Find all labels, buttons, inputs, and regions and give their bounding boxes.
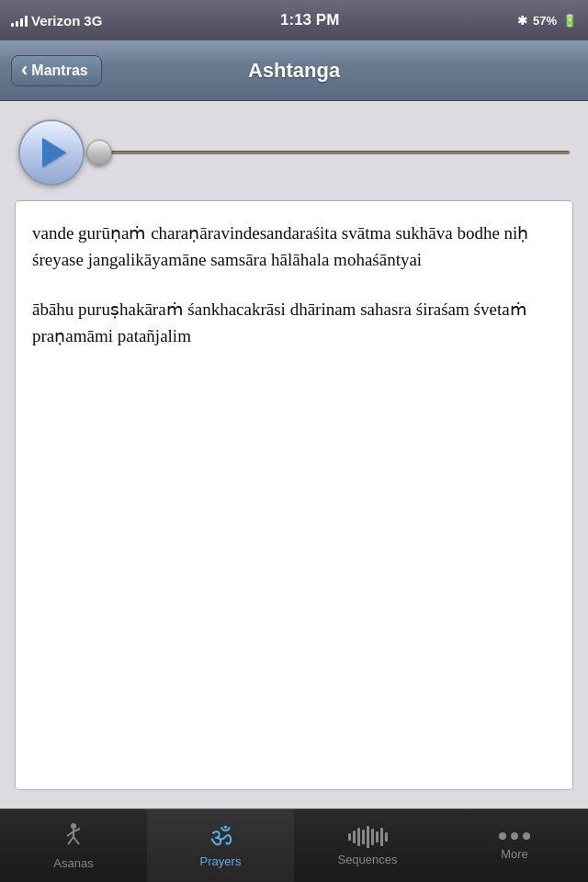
svg-point-0 bbox=[71, 823, 76, 829]
carrier-name: Verizon bbox=[31, 13, 80, 28]
svg-line-4 bbox=[68, 837, 74, 844]
nav-bar: Mantras Ashtanga bbox=[0, 40, 588, 101]
svg-point-8 bbox=[523, 832, 530, 840]
tab-sequences[interactable]: Sequences bbox=[294, 809, 441, 882]
slider-thumb[interactable] bbox=[86, 140, 112, 165]
tab-bar: Asanas ॐ Prayers Sequences bbox=[0, 808, 588, 882]
asanas-icon bbox=[61, 822, 86, 852]
slider-track bbox=[96, 151, 570, 154]
mantra-text-box: vande gurūṇaṁ charaṇāravindesandaraśita … bbox=[15, 200, 573, 790]
back-button[interactable]: Mantras bbox=[11, 55, 102, 86]
bluetooth-icon: ✱ bbox=[517, 14, 527, 28]
svg-line-5 bbox=[74, 837, 79, 844]
svg-point-6 bbox=[499, 832, 506, 840]
status-bar: Verizon 3G 1:13 PM ✱ 57% 🔋 bbox=[0, 0, 588, 40]
tab-prayers-label: Prayers bbox=[200, 854, 242, 868]
audio-player bbox=[15, 119, 573, 186]
signal-bar-3 bbox=[20, 18, 23, 27]
page-title: Ashtanga bbox=[248, 59, 340, 83]
play-button[interactable] bbox=[18, 119, 85, 186]
main-content: vande gurūṇaṁ charaṇāravindesandaraśita … bbox=[0, 101, 588, 808]
play-icon bbox=[42, 138, 66, 167]
mantra-content: vande gurūṇaṁ charaṇāravindesandaraśita … bbox=[32, 220, 556, 350]
status-time: 1:13 PM bbox=[280, 11, 339, 29]
tab-more[interactable]: More bbox=[441, 809, 588, 882]
svg-line-2 bbox=[67, 831, 74, 836]
battery-level: 57% bbox=[533, 14, 557, 28]
tab-sequences-label: Sequences bbox=[337, 853, 397, 866]
tab-prayers[interactable]: ॐ Prayers bbox=[147, 809, 294, 882]
signal-bar-2 bbox=[16, 21, 18, 27]
carrier-info: Verizon 3G bbox=[11, 13, 102, 28]
signal-bar-1 bbox=[11, 23, 14, 27]
battery-icon: 🔋 bbox=[562, 14, 577, 28]
more-icon bbox=[498, 831, 531, 842]
waveform-icon bbox=[348, 826, 388, 848]
network-type: 3G bbox=[84, 13, 102, 28]
svg-point-7 bbox=[511, 832, 518, 840]
prayers-icon: ॐ bbox=[210, 824, 232, 850]
tab-more-label: More bbox=[501, 847, 528, 861]
audio-slider[interactable] bbox=[96, 141, 570, 164]
mantra-paragraph-2: ābāhu puruṣhakāraṁ śankhacakrāsi dhārina… bbox=[32, 296, 556, 350]
tab-asanas-label: Asanas bbox=[53, 856, 93, 870]
status-right: ✱ 57% 🔋 bbox=[517, 14, 577, 28]
signal-bar-4 bbox=[25, 16, 28, 27]
signal-bars bbox=[11, 14, 28, 27]
mantra-paragraph-1: vande gurūṇaṁ charaṇāravindesandaraśita … bbox=[32, 220, 556, 274]
svg-line-3 bbox=[74, 829, 80, 831]
sequences-icon bbox=[348, 826, 388, 848]
tab-asanas[interactable]: Asanas bbox=[0, 809, 147, 882]
